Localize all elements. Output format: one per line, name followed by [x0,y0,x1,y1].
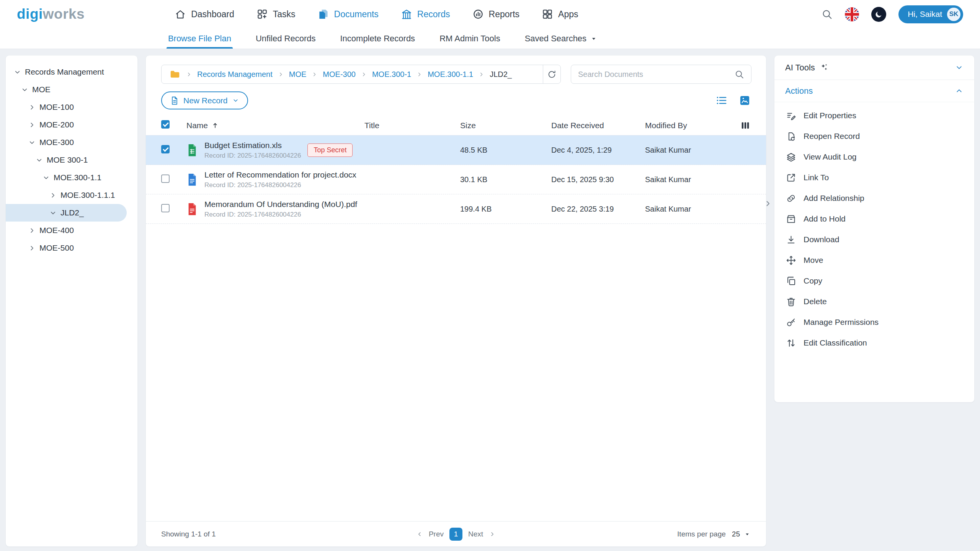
chevron-down-icon[interactable] [28,139,36,147]
column-header-modified-by[interactable]: Modified By [645,121,734,130]
tree-item-moe-100[interactable]: MOE-100 [6,98,137,116]
sort-ascending-icon[interactable] [211,122,219,129]
action-copy[interactable]: Copy [774,271,974,291]
chevron-right-icon[interactable] [28,244,36,252]
page-number-button[interactable]: 1 [449,528,462,541]
nav-item-apps[interactable]: Apps [542,8,578,20]
row-checkbox[interactable] [161,145,170,153]
nav-item-label: Reports [489,9,520,20]
row-checkbox[interactable] [161,174,170,183]
chevron-right-icon[interactable] [28,227,36,235]
list-view-icon[interactable] [715,95,727,106]
action-link-to[interactable]: Link To [774,167,974,188]
tree-item-records-management[interactable]: Records Management [6,63,137,81]
next-page-button[interactable]: Next [468,530,483,538]
tree-item-jld2[interactable]: JLD2_ [6,204,127,222]
tree-item-moe-300-1-1-1[interactable]: MOE.300-1.1.1 [6,186,137,204]
actions-title: Actions [785,86,813,96]
chevron-down-icon[interactable] [49,209,57,217]
row-checkbox[interactable] [161,204,170,212]
chevron-down-icon[interactable] [35,156,43,164]
column-header-size[interactable]: Size [460,121,551,130]
breadcrumb-link[interactable]: Records Management [197,70,273,79]
breadcrumb-current: JLD2_ [490,70,512,79]
tabs: Browse File Plan Unfiled Records Incompl… [167,28,599,49]
chevron-right-icon[interactable] [489,531,496,538]
nav-item-documents[interactable]: Documents [318,8,379,20]
breadcrumb-link[interactable]: MOE.300-1 [372,70,411,79]
prev-page-button[interactable]: Prev [429,530,444,538]
table-row[interactable]: Letter of Recommendation for project.doc… [146,165,766,194]
tree-item-moe-300-1[interactable]: MOE 300-1 [6,151,137,169]
panel-collapse-handle[interactable] [763,196,773,211]
action-add-to-hold[interactable]: Add to Hold [774,209,974,229]
table-row[interactable]: Budget Estimation.xls Record ID: 2025-17… [146,135,766,165]
copy-icon [786,276,796,286]
nav-item-reports[interactable]: Reports [472,8,520,20]
action-add-relationship[interactable]: Add Relationship [774,188,974,209]
chevron-down-icon[interactable] [21,86,29,94]
action-edit-properties[interactable]: Edit Properties [774,105,974,126]
column-settings-icon[interactable] [740,120,751,131]
document-name[interactable]: Letter of Recommendation for project.doc… [204,170,356,179]
chevron-down-icon[interactable] [42,174,50,182]
chevron-down-icon[interactable] [955,63,964,72]
tree-item-moe-200[interactable]: MOE-200 [6,116,137,134]
tree-item-moe-500[interactable]: MOE-500 [6,239,137,257]
tree-item-moe-400[interactable]: MOE-400 [6,222,137,239]
chevron-down-icon[interactable] [13,68,21,76]
language-flag-icon[interactable] [845,7,859,21]
tab-unfiled-records[interactable]: Unfiled Records [254,28,317,49]
actions-section-header[interactable]: Actions [774,80,974,102]
column-header-name[interactable]: Name [186,121,208,130]
nav-item-tasks[interactable]: Tasks [256,8,296,20]
tab-browse-file-plan[interactable]: Browse File Plan [167,28,233,49]
chevron-up-icon[interactable] [955,86,964,95]
action-edit-classification[interactable]: Edit Classification [774,333,974,353]
gallery-view-icon[interactable] [739,95,751,106]
tree-item-moe-300[interactable]: MOE-300 [6,134,137,151]
reopen-record-icon [786,131,796,142]
user-menu-button[interactable]: Hi, Saikat SK [898,5,963,23]
tab-saved-searches[interactable]: Saved Searches [523,28,599,49]
nav-item-dashboard[interactable]: Dashboard [175,8,234,20]
brand-logo-primary: digi [17,6,43,22]
brand-logo[interactable]: digiworks [17,6,85,22]
select-all-checkbox[interactable] [161,120,170,129]
new-record-button[interactable]: New Record [161,91,248,109]
refresh-button[interactable] [543,65,560,83]
table-row[interactable]: Memorandum Of Understanding (MoU).pdf Re… [146,194,766,224]
search-input[interactable] [578,70,730,79]
nav-item-records[interactable]: Records [401,8,450,20]
document-name[interactable]: Memorandum Of Understanding (MoU).pdf [204,200,357,209]
breadcrumb-link[interactable]: MOE-300 [323,70,356,79]
column-header-date-received[interactable]: Date Received [551,121,645,130]
tab-label: RM Admin Tools [439,34,500,44]
document-name[interactable]: Budget Estimation.xls [204,141,301,150]
search-icon[interactable] [821,8,833,20]
dark-mode-toggle[interactable] [871,7,886,22]
action-reopen-record[interactable]: Reopen Record [774,126,974,147]
breadcrumb-link[interactable]: MOE.300-1.1 [428,70,473,79]
tree-item-moe[interactable]: MOE [6,81,137,98]
action-manage-permissions[interactable]: Manage Permissions [774,312,974,333]
chevron-right-icon[interactable] [49,191,57,199]
action-download[interactable]: Download [774,229,974,250]
items-per-page-select[interactable]: 25 [732,530,751,538]
chevron-right-icon[interactable] [28,103,36,111]
action-delete[interactable]: Delete [774,291,974,312]
ai-tools-section-header[interactable]: AI Tools [774,55,974,80]
tree-item-moe-300-1-1[interactable]: MOE.300-1.1 [6,169,137,186]
chevron-left-icon[interactable] [416,531,423,538]
search-icon[interactable] [734,69,744,79]
action-move[interactable]: Move [774,250,974,271]
tab-rm-admin-tools[interactable]: RM Admin Tools [438,28,502,49]
column-header-title[interactable]: Title [364,121,460,130]
chevron-right-icon[interactable] [28,121,36,129]
breadcrumb-link[interactable]: MOE [289,70,307,79]
record-id: Record ID: 2025-1764826004226 [204,211,357,218]
tree-item-label: MOE 300-1 [47,155,88,165]
action-view-audit-log[interactable]: View Audit Log [774,147,974,167]
showing-count: Showing 1-1 of 1 [161,530,356,538]
tab-incomplete-records[interactable]: Incomplete Records [338,28,416,49]
